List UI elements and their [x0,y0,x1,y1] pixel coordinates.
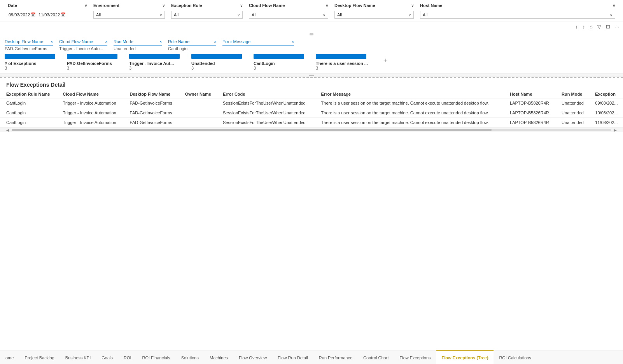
filter-inputs-row: 09/03/2022 📅 11/03/2022 📅 All ∨ All [5,11,618,21]
bar-error[interactable] [316,54,366,59]
tab-solutions[interactable]: Solutions [176,350,204,364]
pivot-col-cloud-flow: Cloud Flow Name × Trigger - Invoice Auto… [59,39,114,51]
sort-desc-icon[interactable]: ↕ [582,23,586,30]
cell-exception-date-1: 10/03/202... [589,108,623,118]
col-error-message: Error Message [315,90,504,98]
host-select[interactable]: All ∨ [420,11,615,19]
env-filter-col: Environment ∨ [90,3,168,11]
desktop-flow-input-col: All ∨ [331,11,417,19]
cloud-flow-select[interactable]: All ∨ [249,11,328,19]
cell-exception-rule-1: CantLogin [0,108,57,118]
col-desktop-flow: Desktop Flow Name [124,90,179,98]
tab-home[interactable]: ome [0,350,19,364]
toolbar-icons-row: ↑ ↕ ⌂ ▽ ⊡ ··· [0,21,623,32]
cell-owner-0 [179,98,217,108]
date-from-field[interactable]: 09/03/2022 📅 [8,12,36,18]
desktop-flow-chevron-icon: ∨ [411,4,414,8]
calendar-from-icon[interactable]: 📅 [31,12,35,17]
hierarchy-icon[interactable]: ⌂ [589,23,593,30]
detail-table: Exception Rule Name Cloud Flow Name Desk… [0,90,623,128]
tab-machines[interactable]: Machines [204,350,233,364]
tab-run-performance[interactable]: Run Performance [313,350,358,364]
host-chevron-icon: ∨ [612,4,615,8]
date-to-field[interactable]: 11/03/2022 📅 [38,12,66,18]
cell-run-mode-2: Unattended [555,118,589,128]
cell-host-0: LAPTOP-B5826R4R [504,98,555,108]
table-row[interactable]: CantLogin Trigger - Invoice Automation P… [0,118,623,128]
bar-cantlogin-label: CantLogin [254,61,275,66]
date-filter-label: Date ∨ [8,3,87,9]
tab-flow-exceptions-tree[interactable]: Flow Exceptions (Tree) [436,350,494,364]
date-filter-col: Date ∨ [5,3,90,11]
exception-input-col: All ∨ [168,11,246,19]
cell-exception-date-0: 09/03/202... [589,98,623,108]
cell-exception-rule-2: CantLogin [0,118,57,128]
host-select-arrow: ∨ [610,13,612,17]
add-column-icon[interactable]: + [382,57,387,64]
pivot-col-error-msg: Error Message × [222,39,300,51]
pivot-col-rule-close[interactable]: × [214,40,216,44]
col-exception-date: Exception [589,90,623,98]
cloud-flow-chevron-icon: ∨ [326,4,328,8]
exception-select[interactable]: All ∨ [171,11,243,19]
table-row[interactable]: CantLogin Trigger - Invoice Automation P… [0,108,623,118]
bar-unattended[interactable] [191,54,242,59]
bar-desktop-count: 3 [67,66,69,70]
scrollbar-track[interactable] [12,129,611,131]
tab-goals[interactable]: Goals [96,350,118,364]
bar-exceptions[interactable] [5,54,55,59]
env-select[interactable]: All ∨ [93,11,165,19]
tab-roi-calculations[interactable]: ROI Calculations [494,350,537,364]
pivot-col-cloud-close[interactable]: × [105,40,107,44]
filter-icon[interactable]: ▽ [597,23,602,30]
bar-cantlogin[interactable] [254,54,304,59]
pivot-col-error-close[interactable]: × [292,40,294,44]
bottom-tabs: ome Project Backlog Business KPI Goals R… [0,350,623,364]
tab-flow-exceptions[interactable]: Flow Exceptions [394,350,436,364]
bar-unattended-count: 3 [191,66,194,70]
bar-cloud[interactable] [129,54,180,59]
detail-section: Flow Exceptions Detail Exception Rule Na… [0,77,623,350]
pivot-col-run-value: Unattended [114,46,162,51]
exception-filter-label: Exception Rule ∨ [171,3,243,9]
tab-project-backlog[interactable]: Project Backlog [19,350,60,364]
pivot-col-desktop-close[interactable]: × [51,40,53,44]
cell-exception-rule-0: CantLogin [0,98,57,108]
cell-run-mode-0: Unattended [555,98,589,108]
desktop-flow-select[interactable]: All ∨ [334,11,414,19]
cloud-flow-input-col: All ∨ [246,11,331,19]
tab-roi-financials[interactable]: ROI Financials [137,350,176,364]
scroll-left-icon[interactable]: ◀ [6,128,9,132]
tab-business-kpi[interactable]: Business KPI [60,350,96,364]
cell-error-message-0: There is a user session on the target ma… [315,98,504,108]
scroll-right-icon[interactable]: ▶ [614,128,617,132]
bar-group-error: There is a user session ... 3 [316,54,382,70]
pivot-area: Desktop Flow Name × PAD-GetInvoiceForms … [0,36,623,74]
cell-desktop-flow-2: PAD-GetInvoiceForms [124,118,179,128]
table-row[interactable]: CantLogin Trigger - Invoice Automation P… [0,98,623,108]
bar-group-cloud: Trigger - Invoice Aut... 3 [129,54,191,70]
tab-flow-overview[interactable]: Flow Overview [233,350,272,364]
pivot-col-run-label: Run Mode × [114,39,162,46]
table-header-row: Exception Rule Name Cloud Flow Name Desk… [0,90,623,98]
pivot-col-rule-value: CantLogin [168,46,216,51]
tab-control-chart[interactable]: Control Chart [358,350,394,364]
page-wrapper: Date ∨ Environment ∨ Exception Rule ∨ Cl… [0,0,623,364]
more-options-icon[interactable]: ··· [614,23,620,30]
exception-chevron-icon: ∨ [240,4,243,8]
calendar-to-icon[interactable]: 📅 [61,12,65,17]
bar-desktop-label: PAD-GetInvoiceForms [67,61,112,66]
pivot-col-desktop-flow: Desktop Flow Name × PAD-GetInvoiceForms [5,39,59,51]
export-icon[interactable]: ⊡ [605,23,611,30]
sort-asc-icon[interactable]: ↑ [574,23,579,30]
bar-error-label: There is a user session ... [316,61,368,66]
cell-cloud-flow-1: Trigger - Invoice Automation [57,108,124,118]
pivot-col-run-close[interactable]: × [159,40,162,44]
tab-flow-run-detail[interactable]: Flow Run Detail [272,350,313,364]
pivot-col-rule-label: Rule Name × [168,39,216,46]
tab-roi[interactable]: ROI [118,350,137,364]
col-cloud-flow: Cloud Flow Name [57,90,124,98]
scrollbar-thumb[interactable] [12,129,492,131]
bar-desktop[interactable] [67,54,117,59]
horizontal-scrollbar[interactable]: ◀ ▶ [0,128,623,132]
